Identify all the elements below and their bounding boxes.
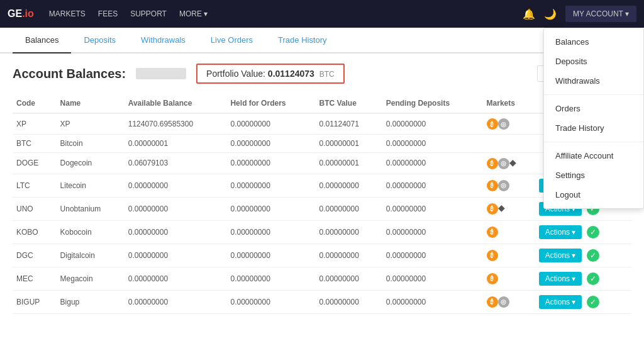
- actions-col: Actions ▾ ✓: [539, 225, 628, 239]
- cell-actions: Actions ▾ ✓: [535, 244, 631, 267]
- cell-pending: 0.00000000: [382, 135, 483, 153]
- table-row: LTC Litecoin 0.00000000 0.00000000 0.000…: [13, 174, 631, 197]
- cell-btc: 0.00000000: [315, 220, 382, 244]
- actions-button[interactable]: Actions ▾: [539, 249, 582, 262]
- menu-deposits[interactable]: Deposits: [544, 52, 643, 71]
- btc-icon: ₿: [487, 296, 498, 308]
- cell-markets: ₿◎: [483, 113, 535, 135]
- cell-held: 0.00000000: [226, 174, 315, 197]
- eth-icon: ◆: [509, 157, 516, 167]
- account-title: Account Balances:: [13, 67, 126, 81]
- actions-button[interactable]: Actions ▾: [539, 225, 582, 239]
- col-held: Held for Orders: [226, 94, 315, 113]
- cell-name: XP: [57, 113, 125, 135]
- col-code: Code: [13, 94, 57, 113]
- cell-available: 0.00000000: [125, 220, 227, 244]
- menu-balances[interactable]: Balances: [544, 32, 643, 52]
- table-header-row: Code Name Available Balance Held for Ord…: [13, 94, 631, 113]
- col-name: Name: [57, 94, 125, 113]
- actions-col: Actions ▾ ✓: [539, 295, 628, 309]
- tab-withdrawals[interactable]: Withdrawals: [128, 28, 198, 53]
- btc-icon: ₿: [487, 250, 498, 261]
- cell-btc: 0.00000000: [315, 267, 382, 290]
- cell-btc: 0.00000001: [315, 153, 382, 174]
- alt-icon: ◎: [498, 180, 509, 191]
- menu-trade-history[interactable]: Trade History: [544, 118, 643, 138]
- menu-affiliate[interactable]: Affiliate Account: [544, 146, 643, 165]
- cell-btc: 0.00000001: [315, 135, 382, 153]
- cell-markets: ₿◆: [483, 197, 535, 220]
- dropdown-section-3: Affiliate Account Settings Logout: [544, 142, 643, 208]
- col-available: Available Balance: [125, 94, 227, 113]
- table-row: XP XP 1124070.69585300 0.00000000 0.0112…: [13, 113, 631, 135]
- doge-icon: ◎: [498, 158, 509, 169]
- actions-button[interactable]: Actions ▾: [539, 272, 582, 286]
- menu-withdrawals[interactable]: Withdrawals: [544, 71, 643, 91]
- check-icon: ✓: [587, 296, 599, 308]
- btc-icon: ₿: [487, 118, 498, 130]
- cell-pending: 0.00000000: [382, 113, 483, 135]
- site-logo: GE.io: [8, 8, 34, 20]
- nav-fees[interactable]: FEES: [98, 9, 118, 18]
- cell-btc: 0.00000000: [315, 244, 382, 267]
- cell-name: Digitalcoin: [57, 244, 125, 267]
- portfolio-value: 0.01124073: [268, 69, 314, 79]
- actions-button[interactable]: Actions ▾: [539, 295, 582, 309]
- cell-available: 0.00000000: [125, 290, 227, 313]
- cell-name: Bitcoin: [57, 135, 125, 153]
- cell-actions: Actions ▾ ✓: [535, 267, 631, 290]
- cell-btc: 0.00000000: [315, 290, 382, 313]
- cell-name: Bigup: [57, 290, 125, 313]
- menu-orders[interactable]: Orders: [544, 99, 643, 118]
- menu-settings[interactable]: Settings: [544, 165, 643, 185]
- navbar: GE.io MARKETS FEES SUPPORT MORE ▾ 🔔 🌙 MY…: [0, 0, 644, 28]
- cell-markets: ₿: [483, 220, 535, 244]
- cell-markets: ₿◎◆: [483, 153, 535, 174]
- portfolio-currency: BTC: [319, 70, 335, 79]
- cell-name: Dogecoin: [57, 153, 125, 174]
- nav-more[interactable]: MORE ▾: [179, 9, 208, 18]
- cell-available: 0.06079103: [125, 153, 227, 174]
- cell-held: 0.00000000: [226, 197, 315, 220]
- cell-available: 0.00000000: [125, 174, 227, 197]
- tab-balances[interactable]: Balances: [13, 28, 71, 53]
- tab-live-orders[interactable]: Live Orders: [198, 28, 265, 53]
- col-btc: BTC Value: [315, 94, 382, 113]
- table-row: BTC Bitcoin 0.00000001 0.00000000 0.0000…: [13, 135, 631, 153]
- btc-icon: ₿: [487, 158, 498, 169]
- tab-trade-history[interactable]: Trade History: [265, 28, 340, 53]
- cell-markets: ₿◎: [483, 174, 535, 197]
- cell-btc: 0.00000000: [315, 197, 382, 220]
- notification-icon[interactable]: 🔔: [523, 8, 535, 20]
- cell-pending: 0.00000000: [382, 153, 483, 174]
- cell-pending: 0.00000000: [382, 197, 483, 220]
- check-icon: ✓: [587, 249, 599, 262]
- cell-code: LTC: [13, 174, 57, 197]
- cell-held: 0.00000000: [226, 290, 315, 313]
- cell-held: 0.00000000: [226, 113, 315, 135]
- check-icon: ✓: [587, 272, 599, 285]
- nav-markets[interactable]: MARKETS: [49, 9, 86, 18]
- cell-available: 0.00000000: [125, 267, 227, 290]
- cell-markets: [483, 135, 535, 153]
- actions-col: Actions ▾ ✓: [539, 272, 628, 286]
- cell-code: DOGE: [13, 153, 57, 174]
- balances-table: Code Name Available Balance Held for Ord…: [13, 94, 631, 314]
- cell-actions: Actions ▾ ✓: [535, 290, 631, 313]
- my-account-button[interactable]: MY ACCOUNT ▾: [565, 6, 636, 22]
- menu-logout[interactable]: Logout: [544, 185, 643, 205]
- cell-held: 0.00000000: [226, 220, 315, 244]
- col-markets: Markets: [483, 94, 535, 113]
- cell-available: 0.00000001: [125, 135, 227, 153]
- cell-held: 0.00000000: [226, 244, 315, 267]
- table-row: UNO Unobtanium 0.00000000 0.00000000 0.0…: [13, 197, 631, 220]
- actions-col: Actions ▾ ✓: [539, 249, 628, 262]
- dropdown-section-1: Balances Deposits Withdrawals: [544, 28, 643, 95]
- diamond-icon: ◆: [498, 203, 505, 213]
- cell-code: DGC: [13, 244, 57, 267]
- cell-held: 0.00000000: [226, 267, 315, 290]
- theme-icon[interactable]: 🌙: [544, 8, 557, 20]
- cell-code: MEC: [13, 267, 57, 290]
- nav-support[interactable]: SUPPORT: [130, 9, 167, 18]
- tab-deposits[interactable]: Deposits: [71, 28, 128, 53]
